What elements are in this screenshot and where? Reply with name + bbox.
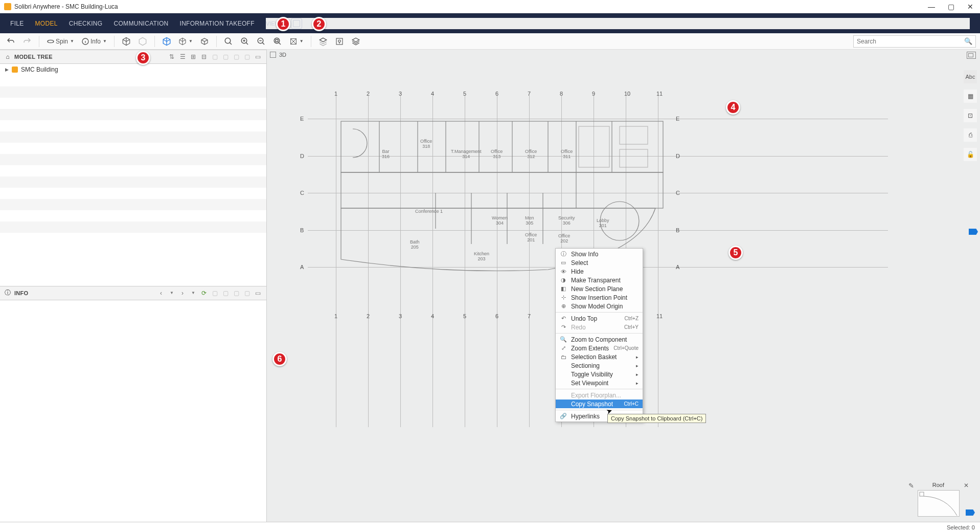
menu-checking[interactable]: CHECKING	[69, 20, 103, 27]
context-menu-item[interactable]: Toggle Visibility▸	[556, 370, 643, 379]
redo-icon[interactable]	[20, 35, 34, 48]
cube-tool-2[interactable]	[136, 35, 149, 48]
expand-icon[interactable]: ▶	[5, 67, 9, 72]
zoom-area-icon[interactable]	[271, 35, 284, 48]
search-icon[interactable]: 🔍	[964, 37, 972, 45]
search-box[interactable]: 🔍	[853, 35, 976, 48]
room-label: Office312	[525, 149, 537, 160]
menu-file[interactable]: FILE	[10, 20, 24, 27]
room-label: Office311	[561, 149, 573, 160]
context-menu-item[interactable]: ◧New Section Plane	[556, 284, 643, 293]
menu-bar: FILE MODEL CHECKING COMMUNICATION INFORM…	[0, 13, 980, 33]
cube-dropdown-tool[interactable]: ▼	[176, 35, 195, 48]
context-menu-item[interactable]: ◑Make Transparent	[556, 276, 643, 284]
tree-action-3[interactable]: ⊞	[189, 52, 198, 61]
minimize-button[interactable]: —	[926, 1, 937, 12]
context-menu-item[interactable]: 🔍Zoom to Component	[556, 335, 643, 344]
svg-point-2	[225, 38, 231, 43]
context-menu-item[interactable]: 🗀Selection Basket▸	[556, 352, 643, 361]
room-label: Security306	[558, 216, 575, 226]
context-menu-item[interactable]: 👁Hide	[556, 267, 643, 276]
context-menu-item[interactable]: ↷RedoCtrl+Y	[556, 323, 643, 331]
search-input[interactable]	[857, 38, 964, 45]
svg-rect-10	[341, 121, 663, 172]
annotation-badge-5: 5	[728, 246, 743, 260]
tree-action-4[interactable]: ⊟	[199, 52, 209, 61]
info-prev-drop[interactable]: ▼	[167, 289, 176, 298]
info-prev[interactable]: ‹	[156, 289, 166, 298]
menu-model[interactable]: MODEL	[35, 20, 58, 27]
pdf-tool-icon[interactable]: ⎙	[964, 128, 977, 142]
info-a5[interactable]: ▢	[210, 289, 219, 298]
section-tool[interactable]: ▼	[287, 35, 306, 48]
wire-cube-tool[interactable]	[198, 35, 211, 48]
layers-icon[interactable]	[316, 35, 330, 48]
minimap-edit-icon[interactable]: ✎	[908, 482, 914, 490]
viewport-container[interactable]: 3D Abc ▦ ⊡ ⎙ 🔓 1122334455667788991010111…	[267, 50, 980, 522]
info-next-drop[interactable]: ▼	[189, 289, 198, 298]
stack-icon[interactable]	[349, 35, 362, 48]
undo-icon[interactable]	[4, 35, 17, 48]
context-menu-item[interactable]: ↶Undo TopCtrl+Z	[556, 314, 643, 323]
svg-rect-21	[579, 126, 609, 167]
fullscreen-icon[interactable]	[291, 18, 302, 29]
minimap-box[interactable]	[918, 490, 960, 517]
tree-action-1[interactable]: ⇅	[167, 52, 176, 61]
context-menu-item[interactable]: Sectioning▸	[556, 361, 643, 370]
room-label: Women304	[492, 216, 508, 226]
grid-tool-icon[interactable]: ▦	[964, 90, 977, 103]
viewport-side-tools: Abc ▦ ⊡ ⎙ 🔓	[964, 70, 977, 161]
lock-tool-icon[interactable]: 🔓	[964, 148, 977, 161]
tree-action-8[interactable]: ▢	[242, 52, 252, 61]
dimension-tool-icon[interactable]: ⊡	[964, 109, 977, 122]
info-max[interactable]: ▭	[253, 289, 262, 298]
info-a8[interactable]: ▢	[242, 289, 252, 298]
tree-action-6[interactable]: ▢	[221, 52, 230, 61]
room-label: Office318	[420, 139, 432, 149]
context-menu-item[interactable]: ⓘShow Info	[556, 250, 643, 258]
maximize-button[interactable]: ▢	[945, 1, 956, 12]
blue-marker-2[interactable]	[966, 509, 975, 516]
info-panel-header: ⓘ INFO ‹ ▼ › ▼ ⟳ ▢ ▢ ▢ ▢ ▭	[0, 286, 266, 300]
menu-information-takeoff[interactable]: INFORMATION TAKEOFF	[180, 20, 255, 27]
model-tree[interactable]: ▶ SMC Building	[0, 64, 266, 286]
tree-action-2[interactable]: ☰	[178, 52, 187, 61]
viewport-maximize-icon[interactable]	[967, 52, 976, 59]
info-a6[interactable]: ▢	[221, 289, 230, 298]
tree-action-max[interactable]: ▭	[253, 52, 262, 61]
cube-tool-1[interactable]	[120, 35, 133, 48]
spin-label: Spin	[56, 38, 68, 45]
zoom-minus-icon[interactable]	[255, 35, 268, 48]
tree-action-5[interactable]: ▢	[210, 52, 219, 61]
info-tool[interactable]: Info▼	[79, 35, 109, 48]
tree-action-7[interactable]: ▢	[232, 52, 241, 61]
room-label: Conference 1	[415, 209, 443, 214]
close-button[interactable]: ✕	[965, 1, 976, 12]
map-pin-icon[interactable]	[333, 35, 346, 48]
zoom-plus-icon[interactable]	[238, 35, 252, 48]
minimap[interactable]: ✎ Roof ✕	[918, 485, 960, 517]
context-menu-item[interactable]: Copy SnapshotCtrl+C	[556, 400, 643, 408]
cube-blue-tool[interactable]	[160, 35, 173, 48]
info-next[interactable]: ›	[178, 289, 187, 298]
context-menu-item[interactable]: ⊕Show Model Origin	[556, 302, 643, 311]
blue-marker-1[interactable]	[969, 229, 978, 235]
tree-root-row[interactable]: ▶ SMC Building	[0, 64, 266, 75]
separator	[311, 36, 311, 47]
zoom-in-icon[interactable]	[222, 35, 235, 48]
status-bar: Selected: 0	[0, 522, 980, 532]
context-menu-item[interactable]: Set Viewpoint▸	[556, 379, 643, 387]
menu-communication[interactable]: COMMUNICATION	[113, 20, 168, 27]
spin-tool[interactable]: Spin▼	[44, 35, 76, 48]
context-menu-item[interactable]: ▭Select	[556, 258, 643, 267]
context-menu-item[interactable]: ⤢Zoom ExtentsCtrl+Quote	[556, 344, 643, 352]
room-label: Kitchen203	[474, 252, 489, 262]
title-bar: Solibri Anywhere - SMC Building-Luca — ▢…	[0, 0, 980, 13]
info-a7[interactable]: ▢	[232, 289, 241, 298]
info-refresh[interactable]: ⟳	[199, 289, 209, 298]
context-menu-item[interactable]: ⊹Show Insertion Point	[556, 293, 643, 302]
minimap-close-icon[interactable]: ✕	[964, 482, 969, 489]
context-menu-item[interactable]: Export Floorplan...	[556, 391, 643, 400]
abc-tool[interactable]: Abc	[964, 70, 977, 83]
annotation-badge-6: 6	[272, 352, 287, 366]
